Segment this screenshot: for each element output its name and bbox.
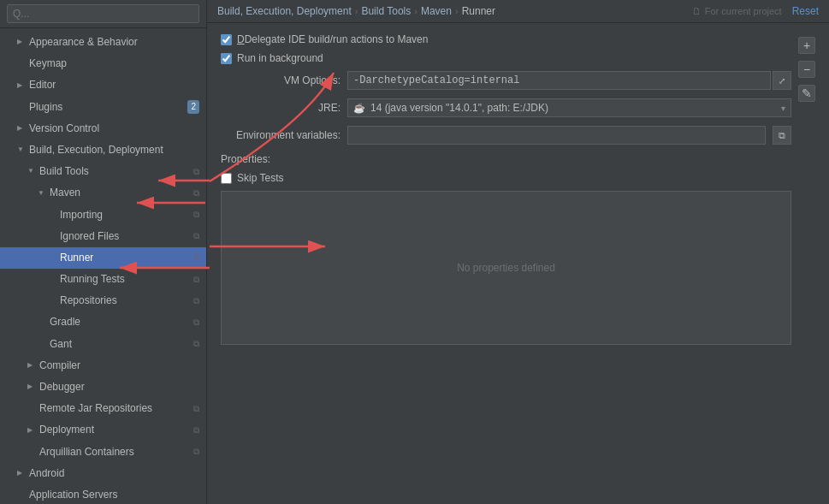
sidebar-item-version-control[interactable]: ▶Version Control — [0, 118, 206, 139]
skip-tests-label: Skip Tests — [237, 172, 283, 184]
nav-label-keymap: Keymap — [29, 56, 199, 72]
jre-label: JRE: — [221, 102, 340, 114]
breadcrumb-item-1: Build, Execution, Deployment — [217, 5, 352, 17]
sidebar-item-arquillian-containers[interactable]: Arquillian Containers⧉ — [0, 442, 206, 463]
nav-label-runner: Runner — [60, 250, 190, 266]
sidebar-item-build-execution-deployment[interactable]: ▼Build, Execution, Deployment — [0, 139, 206, 161]
skip-tests-row: Skip Tests — [221, 172, 791, 184]
nav-page-icon-build-tools: ⧉ — [193, 165, 199, 179]
search-input[interactable] — [7, 4, 199, 23]
jre-select[interactable]: ☕ 14 (java version "14.0.1", path: E:/JD… — [347, 98, 791, 117]
breadcrumb-item-2: Build Tools — [361, 5, 411, 17]
nav-label-deployment: Deployment — [39, 422, 190, 438]
page-icon: 🗋 — [692, 6, 702, 16]
sidebar-item-maven[interactable]: ▼Maven⧉ — [0, 182, 206, 204]
jre-value: 14 (java version "14.0.1", path: E:/JDK) — [370, 102, 548, 114]
nav-page-icon-deployment: ⧉ — [193, 424, 199, 437]
sidebar-item-appearance-behavior[interactable]: ▶Appearance & Behavior — [0, 32, 206, 53]
properties-table: No properties defined — [221, 191, 791, 345]
nav-label-plugins: Plugins — [29, 99, 184, 116]
nav-label-importing: Importing — [60, 207, 190, 223]
sidebar: ▶Appearance & BehaviorKeymap▶EditorPlugi… — [0, 0, 207, 504]
nav-page-icon-repositories: ⧉ — [193, 294, 199, 308]
nav-page-icon-maven: ⧉ — [193, 187, 199, 200]
vm-options-expand-button[interactable]: ⤢ — [773, 71, 791, 90]
delegate-ide-row: DDelegate IDE build/run actions to Maven — [221, 33, 791, 45]
sidebar-item-gradle[interactable]: Gradle⧉ — [0, 311, 206, 333]
run-background-row: Run in background — [221, 52, 791, 64]
nav-label-editor: Editor — [29, 77, 199, 93]
nav-arrow-maven: ▼ — [38, 188, 46, 199]
nav-arrow-debugger: ▶ — [27, 382, 36, 393]
nav-page-icon-ignored-files: ⧉ — [193, 229, 199, 243]
jre-icon: ☕ — [353, 103, 365, 114]
sidebar-item-ignored-files[interactable]: Ignored Files⧉ — [0, 226, 206, 247]
breadcrumb-sep-2: › — [414, 6, 417, 16]
nav-label-build-tools: Build Tools — [39, 163, 190, 180]
nav-arrow-android: ▶ — [17, 468, 26, 479]
nav-arrow-compiler: ▶ — [27, 360, 36, 371]
nav-label-compiler: Compiler — [39, 358, 199, 374]
content-area: Build, Execution, Deployment › Build Too… — [207, 0, 829, 504]
nav-label-ignored-files: Ignored Files — [60, 228, 190, 245]
sidebar-item-application-servers[interactable]: Application Servers — [0, 484, 206, 504]
breadcrumb-sep-3: › — [455, 6, 459, 16]
edit-property-button[interactable]: ✎ — [798, 85, 815, 102]
breadcrumb-item-4: Runner — [462, 5, 495, 17]
sidebar-item-importing[interactable]: Importing⧉ — [0, 205, 206, 226]
nav-label-android: Android — [29, 465, 199, 482]
nav-label-build-execution-deployment: Build, Execution, Deployment — [29, 142, 199, 158]
nav-arrow-appearance-behavior: ▶ — [17, 37, 26, 48]
reset-button[interactable]: Reset — [792, 5, 819, 17]
env-copy-button[interactable]: ⧉ — [773, 126, 791, 145]
env-variables-label: Environment variables: — [221, 129, 340, 141]
nav-arrow-build-execution-deployment: ▼ — [17, 145, 26, 156]
jre-dropdown-arrow: ▾ — [781, 104, 785, 113]
sidebar-item-plugins[interactable]: Plugins2 — [0, 97, 206, 118]
add-property-button[interactable]: + — [798, 37, 815, 54]
vm-options-label: VM Options: — [221, 74, 340, 86]
delegate-ide-label: DDelegate IDE build/run actions to Maven — [237, 33, 428, 45]
vm-options-input[interactable] — [347, 71, 771, 90]
remove-property-button[interactable]: − — [798, 61, 815, 78]
nav-label-maven: Maven — [50, 185, 190, 201]
sidebar-item-remote-jar-repositories[interactable]: Remote Jar Repositories⧉ — [0, 398, 206, 419]
nav-page-icon-gant: ⧉ — [193, 337, 199, 351]
properties-label: Properties: — [221, 153, 791, 165]
vm-options-field-wrapper: ⤢ — [347, 71, 791, 90]
nav-page-icon-remote-jar-repositories: ⧉ — [193, 402, 199, 416]
nav-arrow-deployment: ▶ — [27, 425, 36, 436]
nav-arrow-build-tools: ▼ — [27, 166, 36, 177]
env-variables-row: Environment variables: ⧉ — [221, 126, 791, 145]
delegate-ide-checkbox[interactable] — [221, 34, 232, 45]
sidebar-item-repositories[interactable]: Repositories⧉ — [0, 290, 206, 311]
sidebar-item-keymap[interactable]: Keymap — [0, 53, 206, 74]
nav-badge-plugins: 2 — [187, 100, 199, 114]
sidebar-item-android[interactable]: ▶Android — [0, 463, 206, 484]
nav-label-version-control: Version Control — [29, 121, 199, 137]
nav-label-repositories: Repositories — [60, 293, 190, 309]
run-background-label: Run in background — [237, 52, 323, 64]
run-background-checkbox[interactable] — [221, 53, 232, 64]
sidebar-item-runner[interactable]: Runner⧉ — [0, 247, 206, 269]
settings-content: DDelegate IDE build/run actions to Maven… — [207, 23, 829, 504]
sidebar-item-editor[interactable]: ▶Editor — [0, 74, 206, 96]
breadcrumb-sep-1: › — [355, 6, 358, 16]
jre-row: JRE: ☕ 14 (java version "14.0.1", path: … — [221, 98, 791, 117]
nav-label-arquillian-containers: Arquillian Containers — [39, 444, 190, 460]
sidebar-nav: ▶Appearance & BehaviorKeymap▶EditorPlugi… — [0, 28, 206, 504]
sidebar-item-deployment[interactable]: ▶Deployment⧉ — [0, 419, 206, 441]
sidebar-item-running-tests[interactable]: Running Tests⧉ — [0, 269, 206, 290]
nav-label-debugger: Debugger — [39, 379, 199, 395]
skip-tests-checkbox[interactable] — [221, 173, 232, 184]
sidebar-item-compiler[interactable]: ▶Compiler — [0, 355, 206, 377]
vm-options-row: VM Options: ⤢ — [221, 71, 791, 90]
sidebar-item-debugger[interactable]: ▶Debugger — [0, 377, 206, 398]
env-variables-input[interactable] — [347, 126, 766, 145]
for-current-project: 🗋 For current project — [692, 6, 782, 16]
nav-page-icon-running-tests: ⧉ — [193, 273, 199, 287]
sidebar-item-gant[interactable]: Gant⧉ — [0, 334, 206, 355]
sidebar-item-build-tools[interactable]: ▼Build Tools⧉ — [0, 161, 206, 182]
no-properties-text: No properties defined — [457, 262, 555, 274]
nav-label-gant: Gant — [50, 336, 190, 353]
